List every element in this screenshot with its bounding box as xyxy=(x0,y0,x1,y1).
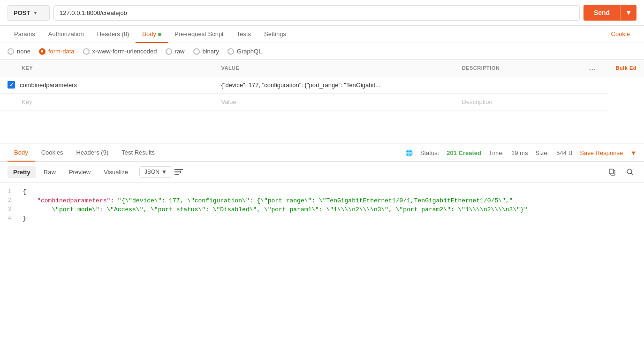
code-line-2: 2 "combinedparameters": "{\"device\": 17… xyxy=(0,196,644,205)
radio-none[interactable]: none xyxy=(8,48,30,55)
line-content-1: { xyxy=(19,188,644,195)
radio-graphql[interactable]: GraphQL xyxy=(227,48,262,55)
resp-tab-headers[interactable]: Headers (9) xyxy=(70,144,115,162)
line-content-2: "combinedparameters": "{\"device\": 177,… xyxy=(19,197,644,204)
key-cell: ✓ combinedparameters xyxy=(0,76,213,94)
copy-icon[interactable] xyxy=(606,165,619,178)
format-actions-right xyxy=(606,165,636,178)
radio-raw[interactable]: raw xyxy=(166,48,185,55)
body-dot xyxy=(158,33,161,36)
params-table: KEY VALUE DESCRIPTION ... Bulk Ed ✓ comb… xyxy=(0,60,644,111)
radio-urlencoded-circle xyxy=(83,48,90,55)
svg-rect-4 xyxy=(609,169,614,174)
response-tabs: Body Cookies Headers (9) Test Results 🌐 … xyxy=(0,144,644,162)
tab-tests[interactable]: Tests xyxy=(230,26,258,43)
placeholder-actions xyxy=(577,94,608,111)
value-cell[interactable]: {"device": 177, "configuration": {"port_… xyxy=(213,76,454,94)
fmt-raw[interactable]: Raw xyxy=(38,166,61,178)
table-placeholder-row: Key Value Description xyxy=(0,94,644,111)
size-label: Size: xyxy=(535,149,549,156)
code-line-3: 3 \"port_mode\": \"Access\", \"port_stat… xyxy=(0,205,644,214)
url-input[interactable] xyxy=(53,5,580,21)
tab-params[interactable]: Params xyxy=(8,26,42,43)
time-value: 19 ms xyxy=(511,149,528,156)
svg-point-5 xyxy=(627,169,632,174)
resp-tab-test-results[interactable]: Test Results xyxy=(115,144,161,162)
method-select[interactable]: POST ▼ xyxy=(8,5,50,21)
save-response-dropdown[interactable]: ▼ xyxy=(630,149,636,156)
radio-raw-circle xyxy=(166,48,172,55)
line-num-4: 4 xyxy=(0,215,19,222)
response-status: 🌐 Status: 201 Created Time: 19 ms Size: … xyxy=(405,149,636,156)
desc-cell[interactable] xyxy=(455,76,577,94)
line-content-3: \"port_mode\": \"Access\", \"port_status… xyxy=(19,206,644,213)
save-response-button[interactable]: Save Response xyxy=(580,149,623,156)
fmt-preview[interactable]: Preview xyxy=(63,166,96,178)
url-bar: POST ▼ Send ▼ xyxy=(0,0,644,26)
value-placeholder[interactable]: Value xyxy=(213,94,454,111)
send-button[interactable]: Send ▼ xyxy=(583,5,636,21)
code-viewer: 1 { 2 "combinedparameters": "{\"device\"… xyxy=(0,183,644,228)
table-row: ✓ combinedparameters {"device": 177, "co… xyxy=(0,76,644,94)
time-label: Time: xyxy=(489,149,504,156)
col-key-header: KEY xyxy=(0,60,213,76)
radio-binary-circle xyxy=(193,48,200,55)
svg-line-6 xyxy=(631,173,633,175)
col-actions-header: ... xyxy=(577,60,608,76)
size-value: 544 B xyxy=(556,149,572,156)
chevron-down-icon: ▼ xyxy=(33,10,38,15)
bulk-edit-dots[interactable]: ... xyxy=(589,64,596,72)
globe-icon: 🌐 xyxy=(405,149,413,156)
send-dropdown-icon[interactable]: ▼ xyxy=(620,5,636,21)
tab-pre-request[interactable]: Pre-request Script xyxy=(168,26,230,43)
radio-form-data[interactable]: form-data xyxy=(39,48,75,55)
col-value-header: VALUE xyxy=(213,60,454,76)
send-label: Send xyxy=(583,5,620,21)
code-line-1: 1 { xyxy=(0,187,644,196)
row-actions-cell xyxy=(577,76,608,94)
json-dropdown-icon: ▼ xyxy=(161,169,167,175)
line-content-4: } xyxy=(19,215,644,222)
body-type-selector: none form-data x-www-form-urlencoded raw… xyxy=(0,43,644,60)
resp-tab-body[interactable]: Body xyxy=(8,144,35,162)
json-format-select[interactable]: JSON ▼ xyxy=(139,166,172,178)
code-line-4: 4 } xyxy=(0,214,644,223)
tab-headers[interactable]: Headers (8) xyxy=(91,26,136,43)
row-checkbox[interactable]: ✓ xyxy=(8,81,15,89)
radio-binary[interactable]: binary xyxy=(193,48,219,55)
fmt-visualize[interactable]: Visualize xyxy=(98,166,134,178)
radio-form-data-circle xyxy=(39,48,45,55)
col-desc-header: DESCRIPTION xyxy=(455,60,577,76)
tab-body[interactable]: Body xyxy=(136,26,168,43)
search-icon[interactable] xyxy=(623,165,636,178)
line-num-3: 3 xyxy=(0,206,19,213)
line-num-2: 2 xyxy=(0,197,19,204)
fmt-pretty[interactable]: Pretty xyxy=(8,166,36,178)
tab-cookie[interactable]: Cookie xyxy=(605,26,636,43)
request-tabs: Params Authorization Headers (8) Body Pr… xyxy=(0,26,644,43)
radio-none-circle xyxy=(8,48,14,55)
response-section: Body Cookies Headers (9) Test Results 🌐 … xyxy=(0,143,644,228)
line-num-1: 1 xyxy=(0,188,19,195)
status-label: Status: xyxy=(420,149,439,156)
tab-settings[interactable]: Settings xyxy=(258,26,293,43)
empty-space xyxy=(0,111,644,139)
status-value: 201 Created xyxy=(447,149,481,156)
desc-placeholder[interactable]: Description xyxy=(455,94,577,111)
tab-authorization[interactable]: Authorization xyxy=(42,26,91,43)
key-placeholder[interactable]: Key xyxy=(0,94,213,111)
radio-urlencoded[interactable]: x-www-form-urlencoded xyxy=(83,48,157,55)
col-bulk-edit-header[interactable]: Bulk Ed xyxy=(608,60,644,76)
radio-graphql-circle xyxy=(227,48,234,55)
wrap-icon[interactable] xyxy=(174,167,183,177)
method-label: POST xyxy=(14,9,30,16)
format-bar: Pretty Raw Preview Visualize JSON ▼ xyxy=(0,162,644,183)
resp-tab-cookies[interactable]: Cookies xyxy=(35,144,70,162)
